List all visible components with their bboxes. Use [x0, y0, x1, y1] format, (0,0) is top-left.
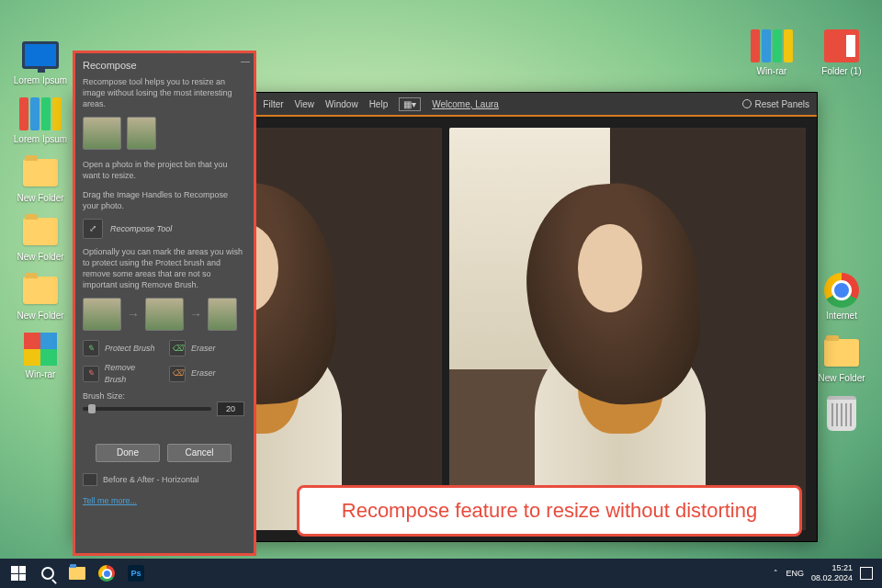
trash-icon: [823, 395, 860, 432]
brush-size-value[interactable]: 20: [217, 401, 244, 416]
done-button[interactable]: Done: [96, 444, 160, 462]
file-explorer-icon: [69, 567, 85, 580]
binders-icon: [22, 96, 59, 132]
layout-toggle-icon[interactable]: ▦▾: [399, 97, 421, 111]
icon-label: New Folder: [17, 252, 63, 262]
optional-text: Optionally you can mark the areas you wi…: [83, 246, 244, 291]
brush-label: Eraser: [191, 343, 216, 354]
windows-logo-icon: [11, 566, 26, 581]
brush-label: Eraser: [191, 368, 216, 379]
desktop-icon-folder-2[interactable]: New Folder: [13, 213, 68, 262]
icon-label: New Folder: [17, 193, 63, 203]
folder-icon: [823, 334, 860, 371]
thumb-row-1: [83, 117, 244, 150]
before-after-label: Before & After - Horizontal: [103, 474, 199, 485]
desktop-icon-folder-3[interactable]: New Folder: [13, 272, 68, 321]
eraser-2[interactable]: ⌫Eraser: [169, 362, 244, 384]
desktop-icon-folder1-r[interactable]: Folder (1): [814, 28, 869, 76]
panel-description: Recompose tool helps you to resize an im…: [83, 76, 244, 109]
cancel-button[interactable]: Cancel: [167, 444, 232, 462]
brush-size-slider[interactable]: [83, 407, 211, 411]
remove-brush[interactable]: ✎Remove Brush: [83, 362, 158, 384]
search-icon: [41, 567, 54, 580]
desktop-icon-chrome[interactable]: Internet: [814, 272, 869, 321]
remove-brush-icon: ✎: [83, 366, 99, 382]
icon-label: Lorem Ipsum: [14, 134, 67, 144]
system-tray: ˄ ENG 15:21 08.02.2024: [774, 563, 878, 583]
thumb-b: [145, 298, 184, 331]
before-after-icon: [83, 473, 97, 486]
icon-label: Lorem Ipsum: [14, 75, 67, 85]
icon-label: Folder (1): [821, 66, 861, 76]
taskbar-photoshop[interactable]: Ps: [121, 559, 151, 588]
desktop-icon-winrar-r[interactable]: Win-rar: [744, 28, 799, 76]
tray-overflow-icon[interactable]: ˄: [774, 569, 778, 578]
brush-size-control: Brush Size: 20: [83, 390, 244, 416]
arrow-icon: →: [189, 306, 202, 323]
desktop-icon-folder-1[interactable]: New Folder: [13, 154, 68, 203]
eraser-1[interactable]: ⌫Eraser: [169, 340, 244, 356]
desktop-icon-winrar-left[interactable]: Lorem Ipsum: [13, 96, 68, 144]
icon-label: Win-rar: [26, 369, 56, 379]
desktop-icon-thispc[interactable]: Lorem Ipsum: [13, 37, 68, 85]
brush-grid: ✎Protect Brush ⌫Eraser ✎Remove Brush ⌫Er…: [83, 340, 244, 384]
tray-language[interactable]: ENG: [786, 569, 804, 578]
step-2: Drag the Image Handles to Recompose your…: [83, 189, 244, 211]
start-button[interactable]: [4, 559, 33, 588]
brush-size-label: Brush Size:: [83, 390, 244, 401]
desktop-icon-newfolder-r[interactable]: New Folder: [814, 334, 869, 383]
tray-clock[interactable]: 15:21 08.02.2024: [811, 563, 853, 583]
protect-brush[interactable]: ✎Protect Brush: [83, 340, 158, 356]
eraser-icon: ⌫: [169, 340, 186, 356]
before-after-mode[interactable]: Before & After - Horizontal: [83, 473, 244, 486]
reset-panels-button[interactable]: Reset Panels: [742, 99, 809, 109]
tell-me-more-link[interactable]: Tell me more...: [83, 495, 244, 506]
binders-icon: [753, 28, 790, 64]
monitor-icon: [22, 37, 59, 74]
panel-buttons: Done Cancel: [83, 444, 244, 462]
reset-panels-label: Reset Panels: [755, 99, 809, 109]
taskbar-search[interactable]: [33, 559, 62, 588]
menu-filter[interactable]: Filter: [263, 99, 283, 109]
eraser-icon: ⌫: [169, 366, 186, 382]
icon-label: Internet: [826, 311, 857, 321]
brush-label: Protect Brush: [105, 343, 155, 354]
icon-label: New Folder: [818, 373, 865, 383]
callout-text: Recompose feature to resize without dist…: [342, 499, 757, 523]
arrow-icon: →: [127, 306, 140, 323]
folder-red-icon: [823, 28, 860, 64]
brush-label: Remove Brush: [105, 362, 158, 384]
after-image: [449, 128, 806, 530]
recompose-panel: — Recompose Recompose tool helps you to …: [74, 51, 254, 553]
thumb-a: [83, 298, 121, 331]
notifications-icon[interactable]: [860, 567, 873, 580]
recompose-tool-label: Recompose Tool: [110, 223, 172, 234]
recompose-tool-icon[interactable]: ⤢: [83, 219, 103, 239]
menu-view[interactable]: View: [295, 99, 315, 109]
panel-title: Recompose: [83, 59, 244, 73]
step-1: Open a photo in the project bin that you…: [83, 159, 244, 181]
protect-brush-icon: ✎: [83, 340, 99, 356]
tray-date: 08.02.2024: [811, 573, 853, 583]
annotation-callout: Recompose feature to resize without dist…: [297, 485, 802, 537]
recompose-tool-row: ⤢ Recompose Tool: [83, 219, 244, 239]
taskbar-chrome[interactable]: [92, 559, 121, 588]
chrome-icon: [823, 272, 860, 309]
photoshop-icon: Ps: [128, 565, 144, 582]
welcome-link[interactable]: Welcome, Laura: [432, 99, 499, 109]
chrome-icon: [98, 565, 115, 582]
desktop-icon-trash[interactable]: [814, 395, 869, 432]
desktop-icon-tiles[interactable]: Win-rar: [13, 331, 68, 379]
folder-icon: [22, 154, 59, 191]
tray-time: 15:21: [811, 563, 853, 573]
thumb-before: [83, 117, 121, 150]
menu-help[interactable]: Help: [369, 99, 389, 109]
icon-label: Win-rar: [757, 66, 787, 76]
folder-icon: [22, 213, 59, 250]
menu-window[interactable]: Window: [325, 99, 358, 109]
thumb-after: [127, 117, 156, 150]
panel-collapse-icon[interactable]: —: [241, 55, 250, 68]
taskbar-file-explorer[interactable]: [62, 559, 92, 588]
tiles-icon: [22, 331, 59, 368]
thumb-row-2: → →: [83, 298, 244, 331]
